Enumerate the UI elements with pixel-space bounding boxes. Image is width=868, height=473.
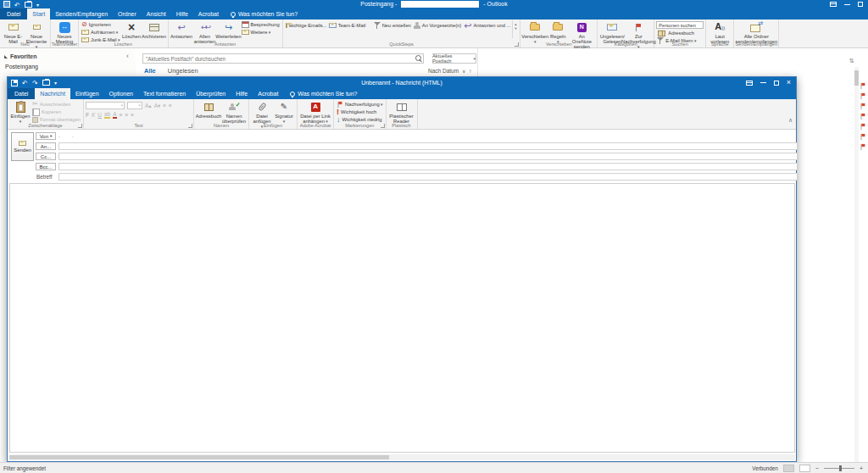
signature-button[interactable]: Signatur [273,100,295,125]
to-button[interactable]: An... [36,142,56,150]
tab-datei[interactable]: Datei [0,8,27,19]
tab-optionen[interactable]: Optionen [104,88,138,99]
low-importance-button[interactable]: Wichtigkeit niedrig [336,116,384,123]
quicksteps-dialog-launcher-icon[interactable] [515,42,519,47]
reply-button[interactable]: Antworten [170,20,193,40]
zoom-slider-thumb[interactable] [839,465,842,471]
zoom-out-button[interactable]: − [815,465,819,471]
tab-nachricht[interactable]: Nachricht [35,88,70,99]
text-dialog-launcher-icon[interactable] [188,124,192,128]
print-icon[interactable] [25,2,32,8]
tell-me-box[interactable]: Was möchten Sie tun? [231,8,298,19]
sort-control[interactable]: Nach Datum ∨ ↑ [428,68,471,74]
tab-senden-empfangen[interactable]: Senden/Empfangen [50,8,113,19]
filter-all[interactable]: Alle [144,67,156,75]
subject-input[interactable] [58,173,798,181]
tags-dialog-launcher-icon[interactable] [381,124,385,128]
search-icon[interactable] [415,55,423,63]
to-input[interactable] [58,142,798,150]
message-body-editor[interactable] [9,183,795,453]
save-icon[interactable] [11,80,18,86]
from-button[interactable]: Von▾ [36,132,56,140]
font-family-combo[interactable] [86,102,125,109]
clipboard-dialog-launcher-icon[interactable] [78,124,82,128]
tab-ordner[interactable]: Ordner [113,8,142,19]
message-list-scrollbar[interactable] [854,67,859,462]
layout-view-button[interactable] [799,465,810,472]
address-book-button[interactable]: Adressbuch [656,30,704,36]
attach-via-link-button[interactable]: Datei per Link anhängen [299,100,331,125]
redo-icon[interactable] [32,80,38,86]
flag-icon[interactable] [860,93,865,99]
zoom-slider[interactable] [824,468,854,469]
delete-button[interactable]: Löschen [121,20,142,40]
meeting-button[interactable]: Besprechung [241,21,281,28]
flag-icon[interactable] [860,124,865,130]
search-bar[interactable] [142,53,424,64]
align-center-icon[interactable] [125,112,128,118]
more-respond-button[interactable]: Weitere [241,29,281,36]
bcc-input[interactable] [58,163,798,170]
search-input[interactable] [143,56,415,62]
maximize-icon[interactable] [858,2,863,7]
follow-up-button[interactable]: Nachverfolgung [336,101,384,108]
tab-acrobat[interactable]: Acrobat [253,88,283,99]
scroll-down-icon[interactable]: ▾ [515,26,516,31]
tell-me-box[interactable]: Was möchten Sie tun? [290,88,357,99]
minimize-icon[interactable] [844,4,850,5]
filter-unread[interactable]: Ungelesen [168,67,198,75]
zoom-in-button[interactable]: + [860,465,863,471]
archive-button[interactable]: Archivieren [142,20,166,40]
cc-button[interactable]: Cc... [36,153,56,160]
cut-button[interactable]: Ausschneiden [31,101,81,108]
qat-customize-icon[interactable] [36,2,42,8]
undo-icon[interactable] [22,80,28,86]
favorites-header[interactable]: Favoriten [4,53,37,59]
sort-ascending-icon[interactable]: ↑ [469,68,471,74]
ribbon-display-options-icon[interactable] [746,81,753,86]
copy-button[interactable]: Kopieren [31,109,81,115]
high-importance-button[interactable]: Wichtigkeit hoch [336,109,384,115]
tab-ueberpruefen[interactable]: Überprüfen [191,88,231,99]
grow-font-icon[interactable]: A▴ [145,103,152,109]
cc-input[interactable] [58,153,798,160]
collapse-pane-icon[interactable] [126,52,129,60]
paste-button[interactable]: Einfügen [9,100,31,125]
font-color-button[interactable]: A [113,111,116,119]
body-horizontal-scrollbar[interactable] [9,454,795,460]
tab-start[interactable]: Start [27,8,50,19]
search-scope-dropdown[interactable]: Aktuelles Postfach▾ [432,53,476,64]
underline-button[interactable]: U [97,112,102,118]
qat-customize-icon[interactable] [54,80,60,86]
check-names-button[interactable]: Namen überprüfen [221,100,247,125]
ribbon-display-options-icon[interactable] [830,2,837,7]
tab-hilfe[interactable]: Hilfe [171,8,193,19]
quicksteps-gallery-scrollbar[interactable]: ▴▾ [512,20,518,38]
quickstep-an-vorgesetzte[interactable]: An Vorgesetzte(n) [413,22,462,29]
collapse-ribbon-icon[interactable] [788,117,793,124]
find-people-box[interactable]: Personen suchen [656,21,704,29]
tab-einfuegen[interactable]: Einfügen [70,88,104,99]
send-button[interactable]: Senden [11,132,34,161]
bullet-list-icon[interactable] [163,103,166,109]
flag-icon[interactable] [860,144,865,150]
maximize-icon[interactable] [774,81,779,86]
forward-button[interactable]: Weiterleiten [217,20,241,40]
shrink-font-icon[interactable]: A▾ [154,103,161,109]
format-painter-button[interactable]: Format übertragen [31,116,81,123]
scrollbar-thumb[interactable] [9,455,389,459]
tab-text-formatieren[interactable]: Text formatieren [138,88,191,99]
tab-acrobat[interactable]: Acrobat [193,8,224,19]
ignore-button[interactable]: Ignorieren [81,21,121,28]
cleanup-button[interactable]: Aufräumen [81,29,121,36]
quickstep-wichtige-emails[interactable]: wichtige Emails... [285,22,327,29]
quickstep-antworten-und[interactable]: Antworten und ... [463,22,511,29]
tab-ansicht[interactable]: Ansicht [142,8,171,19]
flag-icon[interactable] [860,114,865,120]
align-left-icon[interactable] [120,112,123,118]
list-sort-icon[interactable] [849,58,854,64]
tab-datei[interactable]: Datei [8,88,35,99]
immersive-reader-button[interactable]: Plastischer Reader [388,100,415,125]
print-icon[interactable] [42,80,50,86]
flag-icon[interactable] [860,103,865,109]
